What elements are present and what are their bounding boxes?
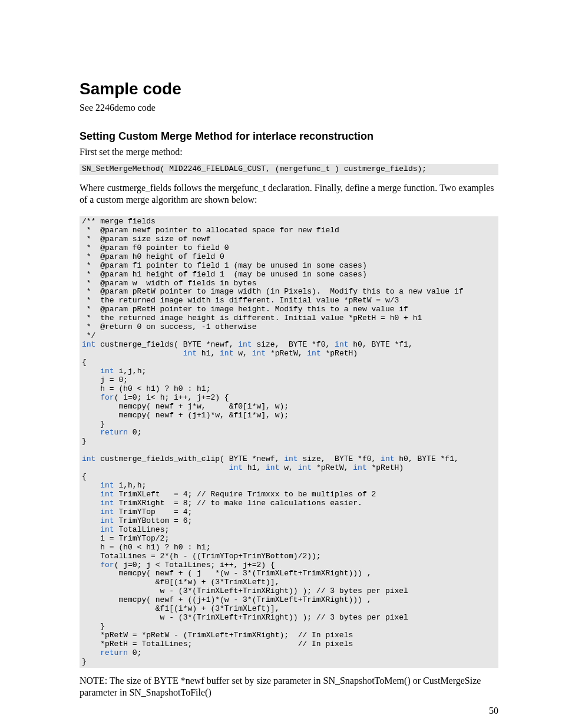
page: Sample code See 2246demo code Setting Cu… (0, 0, 562, 728)
page-title: Sample code (80, 80, 498, 98)
page-number: 50 (489, 706, 498, 716)
code-listing: /** merge fields * @param newf pointer t… (80, 216, 498, 668)
code-set-merge: SN_SetMergeMethod( MID2246_FIELDALG_CUST… (80, 164, 498, 175)
where-paragraph: Where custmerge_fields follows the merge… (80, 182, 498, 206)
see-line: See 2246demo code (80, 102, 498, 114)
section-heading: Setting Custom Merge Method for interlac… (80, 130, 498, 143)
note-paragraph: NOTE: The size of BYTE *newf buffer set … (80, 675, 498, 699)
first-set-text: First set the merge method: (80, 146, 498, 158)
